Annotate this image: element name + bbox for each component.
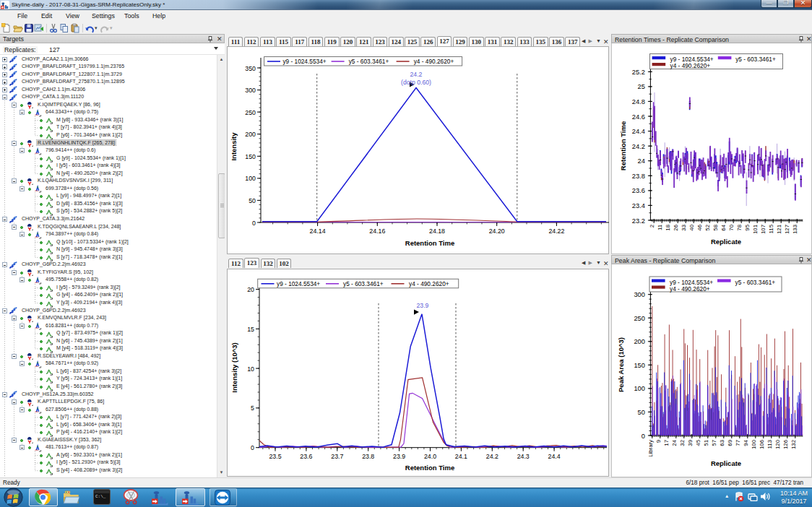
svg-text:24.4: 24.4 (632, 128, 645, 135)
svg-text:0: 0 (642, 433, 645, 440)
svg-text:10: 10 (247, 365, 254, 373)
svg-text:24: 24 (671, 439, 678, 446)
svg-text:24: 24 (638, 157, 645, 165)
svg-text:24.0: 24.0 (424, 453, 436, 460)
svg-text:63: 63 (719, 440, 725, 446)
svg-text:24.8: 24.8 (632, 98, 645, 105)
svg-text:2: 2 (649, 225, 655, 228)
svg-text:94: 94 (743, 439, 749, 446)
svg-text:C:\_: C:\_ (95, 494, 106, 499)
svg-text:133: 133 (792, 225, 798, 234)
svg-text:126: 126 (782, 440, 789, 449)
svg-text:24.16: 24.16 (369, 228, 385, 235)
svg-text:100: 100 (245, 175, 256, 182)
svg-text:y4 - 490.2620+: y4 - 490.2620+ (670, 285, 710, 292)
svg-text:50: 50 (638, 409, 645, 416)
svg-text:18: 18 (665, 225, 671, 231)
svg-text:250: 250 (245, 109, 256, 116)
svg-text:24.2: 24.2 (410, 71, 423, 78)
svg-text:107: 107 (760, 225, 766, 234)
svg-text:25: 25 (638, 83, 645, 90)
svg-text:350: 350 (245, 65, 256, 72)
svg-text:24.3: 24.3 (517, 453, 530, 460)
svg-text:150: 150 (245, 153, 256, 160)
svg-text:24.6: 24.6 (632, 113, 645, 121)
svg-text:300: 300 (634, 291, 645, 298)
svg-text:Replicate: Replicate (711, 459, 741, 467)
svg-text:23.6: 23.6 (300, 453, 312, 460)
svg-text:15: 15 (247, 326, 254, 333)
svg-text:y5 - 603.3461+: y5 - 603.3461+ (349, 58, 389, 65)
svg-text:46: 46 (696, 225, 703, 231)
svg-text:121: 121 (776, 225, 782, 234)
svg-text:23.4: 23.4 (632, 202, 645, 209)
svg-text:0: 0 (252, 220, 256, 227)
svg-text:101: 101 (752, 225, 759, 234)
svg-text:25.2: 25.2 (632, 69, 645, 76)
svg-text:y5 - 603.3461+: y5 - 603.3461+ (343, 280, 384, 287)
svg-text:y4 - 490.2620+: y4 - 490.2620+ (670, 62, 711, 69)
svg-text:Peak Area (10^3): Peak Area (10^3) (617, 337, 625, 392)
svg-text:52: 52 (704, 225, 711, 231)
svg-text:23.8: 23.8 (632, 173, 645, 180)
svg-text:Replicate: Replicate (711, 238, 741, 246)
svg-text:17: 17 (663, 440, 670, 446)
svg-text:23.8: 23.8 (362, 453, 374, 460)
svg-text:77: 77 (735, 440, 741, 446)
svg-text:24.18: 24.18 (429, 228, 445, 235)
svg-text:58: 58 (712, 225, 719, 231)
svg-text:106: 106 (759, 440, 765, 449)
svg-text:y4 - 490.2620+: y4 - 490.2620+ (414, 58, 454, 65)
svg-text:78: 78 (736, 225, 743, 231)
svg-text:(dotp 0.60): (dotp 0.60) (401, 79, 431, 86)
svg-text:100: 100 (634, 385, 645, 392)
svg-text:Intensity (10^3): Intensity (10^3) (230, 342, 238, 392)
svg-text:40: 40 (688, 224, 695, 230)
svg-text:300: 300 (245, 87, 256, 94)
svg-text:y5 - 603.3461+: y5 - 603.3461+ (735, 56, 776, 63)
svg-text:24.14: 24.14 (310, 228, 326, 235)
svg-text:51: 51 (703, 440, 709, 446)
svg-text:100: 100 (751, 439, 757, 449)
svg-text:24.1: 24.1 (455, 453, 467, 460)
svg-text:y9 - 1024.5534+: y9 - 1024.5534+ (277, 280, 320, 287)
svg-text:y5 - 603.3461+: y5 - 603.3461+ (735, 279, 776, 286)
svg-text:24.2: 24.2 (486, 453, 498, 460)
svg-text:0: 0 (251, 444, 254, 451)
svg-text:200: 200 (634, 338, 645, 345)
svg-text:Retention Time: Retention Time (405, 239, 454, 247)
svg-text:20: 20 (247, 286, 254, 293)
svg-text:23.5: 23.5 (269, 453, 281, 460)
svg-text:69: 69 (727, 440, 733, 446)
svg-text:39: 39 (687, 440, 694, 446)
svg-text:y4 - 490.2620+: y4 - 490.2620+ (409, 280, 449, 287)
svg-text:45: 45 (695, 439, 701, 446)
svg-text:11: 11 (657, 225, 663, 230)
svg-text:y9 - 1024.5534+: y9 - 1024.5534+ (282, 58, 326, 65)
svg-text:9: 9 (655, 440, 662, 443)
svg-text:23.2: 23.2 (632, 217, 645, 225)
svg-text:24.20: 24.20 (489, 228, 505, 235)
svg-text:64: 64 (720, 224, 727, 230)
svg-text:24.22: 24.22 (548, 228, 564, 235)
svg-text:24.4: 24.4 (548, 453, 561, 460)
svg-text:70: 70 (728, 224, 735, 230)
svg-text:23.7: 23.7 (331, 453, 343, 460)
svg-text:33: 33 (681, 225, 687, 231)
svg-text:32: 32 (679, 440, 686, 446)
svg-text:115: 115 (768, 224, 774, 233)
svg-text:24.2: 24.2 (632, 143, 645, 150)
svg-text:120: 120 (774, 439, 781, 449)
svg-text:23.6: 23.6 (632, 187, 645, 194)
svg-text:Retention Time: Retention Time (619, 121, 627, 170)
svg-text:150: 150 (634, 362, 645, 369)
svg-text:23.9: 23.9 (417, 302, 429, 309)
svg-text:26: 26 (673, 225, 679, 231)
svg-text:57: 57 (711, 440, 717, 446)
svg-text:Library: Library (647, 440, 654, 457)
svg-text:132: 132 (790, 440, 797, 449)
svg-text:Retention Time: Retention Time (405, 464, 454, 472)
svg-text:127: 127 (784, 225, 790, 234)
svg-text:50: 50 (249, 197, 256, 204)
svg-text:Intensity: Intensity (230, 132, 238, 161)
